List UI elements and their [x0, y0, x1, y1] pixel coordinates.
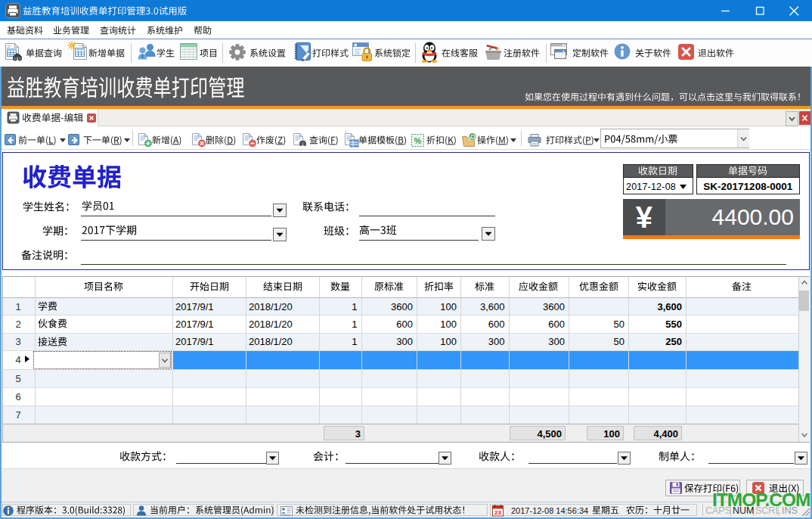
- svg-text:23: 23: [494, 509, 501, 516]
- svg-text:%: %: [414, 136, 422, 145]
